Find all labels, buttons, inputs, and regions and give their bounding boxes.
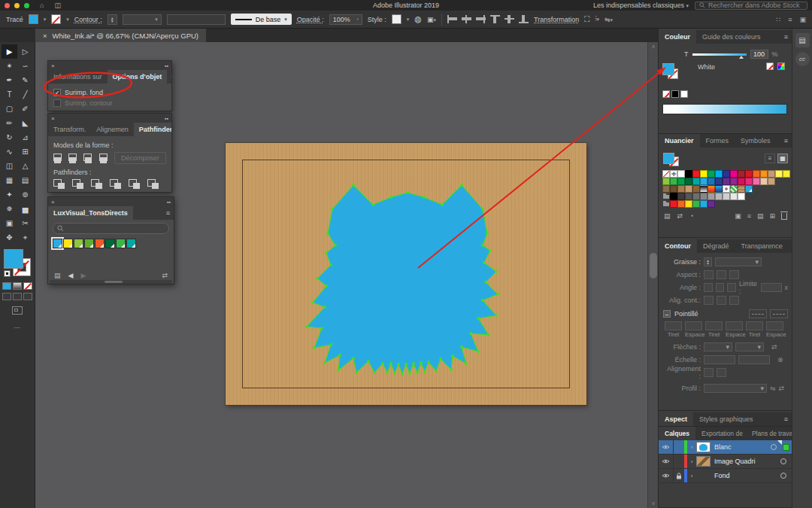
anchor-point[interactable] <box>389 362 392 364</box>
swatch-libraries-icon[interactable]: ▤ <box>664 212 671 220</box>
anchor-point[interactable] <box>320 327 323 329</box>
anchor-point[interactable] <box>404 363 407 365</box>
panel-menu-icon[interactable]: ≡ <box>780 134 792 148</box>
miter-limit-field[interactable] <box>761 283 781 292</box>
color-swatch[interactable] <box>685 193 692 200</box>
color-swatch[interactable] <box>730 178 738 185</box>
align-bottom-icon[interactable] <box>519 15 529 23</box>
dash-value-field[interactable] <box>746 321 763 330</box>
arrow-end-select[interactable]: ▾ <box>735 342 764 351</box>
isolate-icon[interactable]: ⫶▾ <box>595 15 599 23</box>
anchor-point[interactable] <box>355 371 357 373</box>
color-swatch[interactable] <box>783 170 790 178</box>
spot-swatch[interactable] <box>74 239 83 248</box>
eye-icon[interactable] <box>662 473 670 479</box>
zoom-window-button[interactable] <box>24 3 29 8</box>
select-similar-icon[interactable]: ⛶ <box>584 15 589 24</box>
lasso-tool[interactable]: ∽ <box>17 59 33 73</box>
anchor-point[interactable] <box>441 203 443 205</box>
eye-icon[interactable] <box>662 458 670 464</box>
dash-value-field[interactable] <box>685 321 702 330</box>
collapse-icon[interactable]: ▪▪ <box>165 116 168 121</box>
close-tab-icon[interactable]: × <box>43 32 47 40</box>
expand-layer-icon[interactable]: › <box>687 444 696 451</box>
list-view-icon[interactable]: ≡ <box>765 154 775 163</box>
color-swatch[interactable] <box>670 178 677 185</box>
anchor-point[interactable] <box>367 360 369 362</box>
add-from-cc-icon[interactable]: ◔ <box>689 212 693 220</box>
spot-swatch[interactable] <box>53 239 62 248</box>
chevron-down-icon[interactable]: ▾ <box>44 17 47 23</box>
anchor-point[interactable] <box>487 333 489 336</box>
tab-alignement[interactable]: Alignemen <box>91 123 134 136</box>
color-swatch[interactable] <box>745 185 753 193</box>
color-swatch[interactable] <box>768 178 775 185</box>
tab-aspect[interactable]: Aspect <box>659 412 693 426</box>
weight-stepper[interactable]: ▴▾ <box>704 257 712 266</box>
anchor-point[interactable] <box>465 362 467 364</box>
minus-back-button[interactable] <box>147 179 159 189</box>
tab-guide-des-couleurs[interactable]: Guide des couleurs <box>696 30 767 44</box>
color-swatch[interactable] <box>677 170 685 178</box>
tab-luxvisual-tonsdirects[interactable]: LuxVisual_TonsDirects <box>48 206 133 220</box>
weight-select[interactable]: ▾ <box>715 257 762 266</box>
expand-layer-icon[interactable]: › <box>687 473 696 479</box>
fill-swatch[interactable] <box>4 249 23 269</box>
color-swatch[interactable] <box>662 178 670 185</box>
anchor-point[interactable] <box>439 357 441 360</box>
selection-tool[interactable]: ▶ <box>2 44 17 59</box>
draw-behind-button[interactable] <box>13 293 22 300</box>
color-themes-icon[interactable]: ⇄ <box>677 212 683 220</box>
anchor-point[interactable] <box>420 361 422 364</box>
variable-width-profile-select[interactable] <box>167 14 226 25</box>
color-spectrum-icon[interactable] <box>777 62 785 70</box>
align-outside-button[interactable] <box>729 296 739 305</box>
close-panel-icon[interactable]: × <box>51 62 55 69</box>
color-swatch[interactable] <box>738 193 745 200</box>
color-swatch[interactable] <box>723 170 730 178</box>
align-center-icon[interactable] <box>462 15 471 23</box>
tab-calques[interactable]: Calques <box>659 427 695 440</box>
color-swatch[interactable] <box>670 185 677 193</box>
magic-wand-tool[interactable]: ✶ <box>2 59 17 73</box>
trim-button[interactable] <box>72 179 83 189</box>
scroll-down-icon[interactable]: ∨ <box>648 500 659 506</box>
zoom-tool[interactable]: ⌖ <box>17 230 33 245</box>
tab-options-objet[interactable]: Options d'objet <box>108 70 168 84</box>
dash-value-field[interactable] <box>705 321 723 330</box>
layer-name[interactable]: Blanc <box>714 443 771 451</box>
color-swatch[interactable] <box>700 178 707 185</box>
gradient-button[interactable] <box>13 282 22 290</box>
eyedropper-tool[interactable]: ✦ <box>2 187 17 202</box>
exclude-button[interactable] <box>99 154 107 163</box>
collapse-icon[interactable]: ▪▪ <box>165 63 168 68</box>
anchor-point[interactable] <box>481 208 483 210</box>
crop-button[interactable] <box>110 179 121 189</box>
anchor-point[interactable] <box>486 232 488 234</box>
anchor-point[interactable] <box>416 371 418 373</box>
spot-swatch[interactable] <box>63 239 73 248</box>
color-swatch[interactable] <box>730 185 738 193</box>
color-swatch[interactable] <box>707 185 715 193</box>
cardboard-artwork[interactable] <box>226 143 586 405</box>
overprint-fill-checkbox[interactable]: ✓ <box>53 89 61 96</box>
opacity-value-field[interactable]: 100%› <box>329 14 362 25</box>
panel-menu-icon[interactable]: ≡ <box>167 70 171 84</box>
swatch-libraries-icon[interactable]: ▤ <box>54 272 61 279</box>
color-swatch[interactable] <box>700 200 707 208</box>
shape-options-icon[interactable]: ⇋▾ <box>604 16 613 23</box>
minimize-window-button[interactable] <box>14 3 20 8</box>
panel-horizontal-scrollbar[interactable] <box>50 280 172 284</box>
spot-swatch[interactable] <box>84 239 94 248</box>
miter-join-button[interactable] <box>704 283 713 292</box>
overprint-stroke-row[interactable]: Surimp. contour <box>53 98 166 108</box>
color-swatch[interactable] <box>723 178 730 185</box>
stock-search-input[interactable]: Rechercher dans Adobe Stock <box>695 2 807 10</box>
layer-row-image-quadri[interactable]: ›Image Quadri <box>659 455 792 469</box>
arrow-start-select[interactable]: ▾ <box>704 342 732 351</box>
anchor-point[interactable] <box>483 261 485 263</box>
artboard-tool[interactable]: ▣ <box>2 216 17 230</box>
workspace-grid-icon[interactable]: ∷ <box>776 16 780 23</box>
color-swatch[interactable] <box>692 193 700 200</box>
anchor-point[interactable] <box>481 299 483 301</box>
